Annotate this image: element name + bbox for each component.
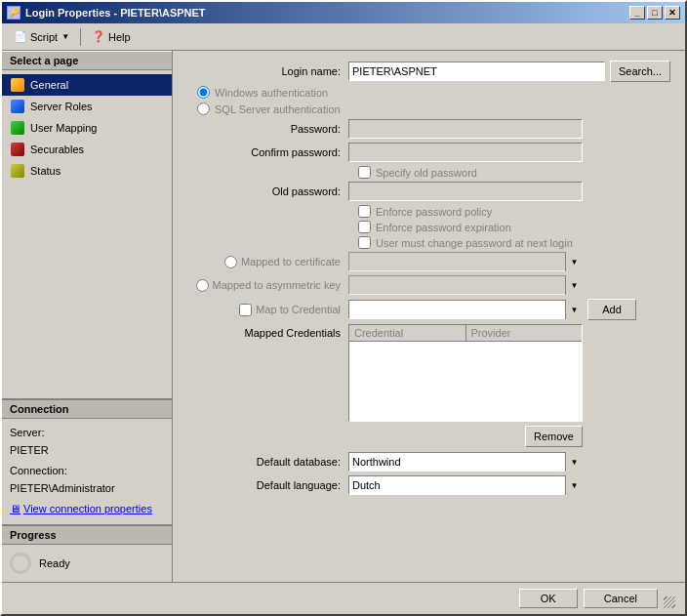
progress-content: Ready bbox=[2, 545, 172, 582]
confirm-password-label: Confirm password: bbox=[187, 146, 348, 158]
sidebar-item-server-roles-label: Server Roles bbox=[30, 101, 93, 112]
map-credential-row: Map to Credential ▼ Add bbox=[187, 299, 670, 320]
default-database-label: Default database: bbox=[187, 456, 348, 468]
password-label: Password: bbox=[187, 123, 348, 135]
connection-link[interactable]: 🖥 View connection properties bbox=[10, 501, 164, 518]
window-icon: 🔑 bbox=[7, 6, 20, 20]
right-panel: Login name: Search... Windows authentica… bbox=[173, 51, 685, 582]
mapped-key-row: Mapped to asymmetric key ▼ bbox=[187, 275, 670, 295]
enforce-policy-checkbox[interactable] bbox=[358, 205, 371, 218]
sidebar-item-securables[interactable]: Securables bbox=[2, 139, 172, 160]
mapped-credentials-label: Mapped Credentials bbox=[187, 324, 348, 339]
mapped-cert-radio[interactable] bbox=[224, 256, 237, 268]
toolbar-separator bbox=[80, 28, 81, 46]
default-database-dropdown[interactable]: Northwind bbox=[348, 452, 583, 472]
progress-title: Progress bbox=[2, 526, 172, 545]
server-roles-icon bbox=[10, 99, 25, 114]
connection-content: Server: PIETER Connection: PIETER\Admini… bbox=[2, 419, 172, 524]
sidebar-item-status-label: Status bbox=[30, 165, 61, 177]
password-input[interactable] bbox=[348, 119, 583, 139]
ok-button[interactable]: OK bbox=[519, 589, 578, 608]
login-name-label: Login name: bbox=[187, 65, 348, 77]
map-credential-label: Map to Credential bbox=[256, 304, 341, 315]
default-database-row: Default database: Northwind ▼ bbox=[187, 452, 670, 472]
specify-old-password-checkbox[interactable] bbox=[358, 166, 371, 179]
progress-status: Ready bbox=[39, 557, 70, 569]
main-content: Select a page General Server Roles bbox=[2, 51, 685, 582]
title-buttons: _ □ ✕ bbox=[629, 6, 680, 20]
credential-col-header: Credential bbox=[349, 325, 466, 341]
mapped-cert-dropdown[interactable] bbox=[348, 252, 583, 271]
login-properties-window: 🔑 Login Properties - PIETER\ASPNET _ □ ✕… bbox=[0, 0, 687, 616]
sidebar-item-general-label: General bbox=[30, 79, 68, 91]
sidebar-item-status[interactable]: Status bbox=[2, 160, 172, 182]
link-text: View connection properties bbox=[23, 501, 152, 518]
cancel-button[interactable]: Cancel bbox=[584, 589, 658, 608]
bottom-bar: OK Cancel bbox=[2, 582, 685, 614]
script-icon: 📄 bbox=[14, 30, 27, 43]
close-button[interactable]: ✕ bbox=[665, 6, 680, 20]
confirm-password-input[interactable] bbox=[348, 143, 583, 162]
enforce-expiration-label: Enforce password expiration bbox=[376, 222, 511, 233]
connection-title: Connection bbox=[2, 400, 172, 419]
minimize-button[interactable]: _ bbox=[629, 6, 645, 20]
search-button[interactable]: Search... bbox=[610, 61, 670, 82]
remove-button[interactable]: Remove bbox=[525, 426, 583, 447]
sidebar-item-server-roles[interactable]: Server Roles bbox=[2, 96, 172, 117]
login-name-input[interactable] bbox=[348, 62, 605, 81]
map-credential-checkbox[interactable] bbox=[239, 304, 252, 316]
server-label-text: Server: bbox=[10, 427, 44, 438]
maximize-button[interactable]: □ bbox=[647, 6, 663, 20]
password-row: Password: bbox=[187, 119, 670, 139]
enforce-expiration-checkbox[interactable] bbox=[358, 221, 371, 233]
progress-spinner bbox=[10, 553, 31, 574]
sidebar-item-securables-label: Securables bbox=[30, 144, 84, 155]
enforce-policy-row: Enforce password policy bbox=[187, 205, 670, 218]
windows-auth-label: Windows authentication bbox=[215, 87, 328, 99]
credentials-table: Credential Provider bbox=[348, 324, 583, 422]
script-label: Script bbox=[30, 31, 58, 43]
sidebar-section-title: Select a page bbox=[2, 51, 172, 70]
script-button[interactable]: 📄 Script ▼ bbox=[7, 27, 76, 46]
map-credential-dropdown[interactable] bbox=[348, 300, 583, 319]
default-language-dropdown[interactable]: Dutch bbox=[348, 475, 583, 495]
mapped-key-radio[interactable] bbox=[196, 279, 209, 292]
toolbar: 📄 Script ▼ ❓ Help bbox=[2, 23, 685, 51]
login-name-row: Login name: Search... bbox=[187, 61, 670, 82]
sidebar-item-general[interactable]: General bbox=[2, 74, 172, 96]
specify-old-password-row: Specify old password bbox=[187, 166, 670, 179]
server-label: Server: PIETER bbox=[10, 425, 164, 459]
help-label: Help bbox=[108, 31, 131, 43]
connection-label: Connection: PIETER\Administrator bbox=[10, 463, 164, 497]
connection-label-text: Connection: bbox=[10, 465, 67, 476]
sql-auth-label: SQL Server authentication bbox=[215, 103, 341, 115]
user-must-change-checkbox[interactable] bbox=[358, 236, 371, 249]
enforce-expiration-row: Enforce password expiration bbox=[187, 221, 670, 233]
securables-icon bbox=[10, 142, 25, 157]
sql-auth-radio[interactable] bbox=[197, 103, 210, 115]
mapped-key-dropdown[interactable] bbox=[348, 275, 583, 295]
server-value: PIETER bbox=[10, 444, 49, 456]
user-mapping-icon bbox=[10, 120, 25, 136]
credentials-header: Credential Provider bbox=[349, 325, 582, 342]
mapped-credentials-section: Mapped Credentials Credential Provider R… bbox=[187, 324, 670, 447]
add-button[interactable]: Add bbox=[587, 299, 636, 320]
old-password-input[interactable] bbox=[348, 182, 583, 201]
provider-col-header: Provider bbox=[466, 325, 583, 341]
windows-auth-radio[interactable] bbox=[197, 86, 210, 99]
sidebar-item-user-mapping[interactable]: User Mapping bbox=[2, 117, 172, 139]
sidebar-items: General Server Roles User Mapping bbox=[2, 70, 172, 185]
sql-auth-row: SQL Server authentication bbox=[187, 103, 670, 115]
windows-auth-row: Windows authentication bbox=[187, 86, 670, 99]
mapped-cert-row: Mapped to certificate ▼ bbox=[187, 252, 670, 271]
specify-old-password-label: Specify old password bbox=[376, 167, 477, 179]
link-icon: 🖥 bbox=[10, 501, 20, 518]
old-password-label: Old password: bbox=[187, 185, 348, 197]
view-connection-link[interactable]: 🖥 View connection properties bbox=[10, 501, 164, 518]
sidebar: Select a page General Server Roles bbox=[2, 51, 173, 582]
help-button[interactable]: ❓ Help bbox=[85, 27, 138, 46]
status-icon bbox=[10, 163, 25, 179]
old-password-row: Old password: bbox=[187, 182, 670, 201]
progress-section: Progress Ready bbox=[2, 524, 172, 582]
title-bar: 🔑 Login Properties - PIETER\ASPNET _ □ ✕ bbox=[2, 2, 685, 23]
